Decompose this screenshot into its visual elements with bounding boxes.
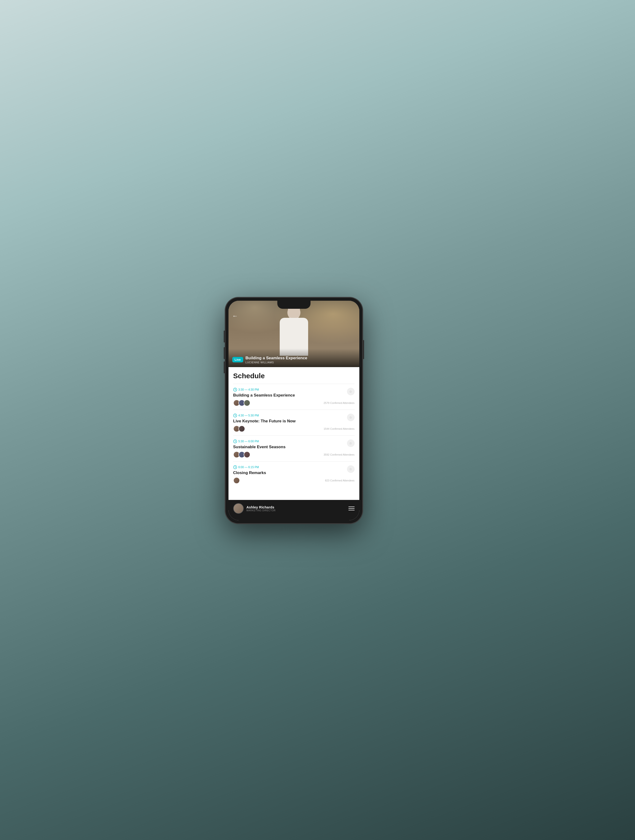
user-role: MARKETING DIRECTOR bbox=[246, 509, 276, 512]
svg-line-11 bbox=[235, 467, 236, 468]
phone-screen: ← Live Building a Seamless Experience LU… bbox=[228, 301, 359, 520]
svg-line-5 bbox=[235, 415, 236, 416]
avatar-2b bbox=[238, 425, 245, 432]
session-title-3: Sustainable Event Seasons bbox=[233, 445, 321, 449]
time-2: 4:30 — 5:30 PM bbox=[238, 414, 259, 417]
attendees-4: 823 Confirmed Attendees bbox=[325, 479, 355, 482]
time-row-3: 5:30 — 6:00 PM bbox=[233, 439, 321, 443]
user-avatar bbox=[233, 503, 244, 514]
hero-title: Building a Seamless Experience bbox=[246, 356, 356, 360]
star-icon-3: ☆ bbox=[349, 441, 352, 445]
hero-presenter: LUCIENNE WILLIAMS bbox=[246, 361, 356, 364]
time-row-1: 3:30 — 4:30 PM bbox=[233, 388, 321, 392]
session-title-2: Live Keynote: The Future is Now bbox=[233, 419, 321, 423]
schedule-item-4: 6:00 — 6:15 PM Closing Remarks ☆ 823 Con… bbox=[233, 461, 355, 487]
live-overlay: Live Building a Seamless Experience LUCI… bbox=[228, 349, 359, 367]
avatars-4 bbox=[233, 477, 323, 484]
item-right-3: ☆ 3592 Confirmed Attendees bbox=[321, 439, 355, 456]
star-icon-1: ☆ bbox=[349, 390, 352, 393]
session-title-1: Building a Seamless Experience bbox=[233, 393, 321, 398]
schedule-item-2: 4:30 — 5:30 PM Live Keynote: The Future … bbox=[233, 410, 355, 436]
avatar-1c bbox=[244, 399, 250, 406]
menu-line-3 bbox=[348, 510, 355, 510]
time-row-4: 6:00 — 6:15 PM bbox=[233, 465, 323, 469]
attendees-2: 1544 Confirmed Attendees bbox=[323, 427, 355, 430]
avatars-3 bbox=[233, 451, 321, 458]
live-title-block: Building a Seamless Experience LUCIENNE … bbox=[246, 356, 356, 364]
clock-icon-3 bbox=[233, 439, 237, 443]
svg-line-2 bbox=[235, 390, 236, 390]
schedule-item-3: 5:30 — 6:00 PM Sustainable Event Seasons… bbox=[233, 436, 355, 461]
user-name: Ashley Richards bbox=[246, 505, 276, 509]
item-left-4: 6:00 — 6:15 PM Closing Remarks bbox=[233, 465, 323, 484]
avatars-2 bbox=[233, 425, 321, 432]
schedule-section: Schedule 3:30 — 4:30 PM Building a Se bbox=[228, 367, 359, 500]
schedule-title: Schedule bbox=[233, 372, 355, 380]
item-left-3: 5:30 — 6:00 PM Sustainable Event Seasons bbox=[233, 439, 321, 458]
time-row-2: 4:30 — 5:30 PM bbox=[233, 414, 321, 417]
item-left-2: 4:30 — 5:30 PM Live Keynote: The Future … bbox=[233, 414, 321, 432]
time-3: 5:30 — 6:00 PM bbox=[238, 440, 259, 443]
item-right-1: ☆ 2579 Confirmed Attendees bbox=[321, 388, 355, 404]
bottom-nav: Ashley Richards MARKETING DIRECTOR bbox=[228, 500, 359, 520]
clock-icon-2 bbox=[233, 414, 237, 417]
menu-line-2 bbox=[348, 508, 355, 509]
phone-frame: ← Live Building a Seamless Experience LU… bbox=[225, 297, 362, 524]
item-right-4: ☆ 823 Confirmed Attendees bbox=[323, 465, 355, 482]
time-4: 6:00 — 6:15 PM bbox=[238, 466, 259, 469]
avatar-4a bbox=[233, 477, 240, 484]
star-icon-2: ☆ bbox=[349, 415, 352, 419]
hero-section: ← Live Building a Seamless Experience LU… bbox=[228, 301, 359, 367]
live-badge: Live bbox=[232, 357, 243, 362]
clock-icon-4 bbox=[233, 465, 237, 469]
star-icon-4: ☆ bbox=[349, 467, 352, 471]
avatars-1 bbox=[233, 399, 321, 406]
menu-button[interactable] bbox=[348, 507, 355, 510]
star-button-3[interactable]: ☆ bbox=[347, 439, 355, 447]
attendees-3: 3592 Confirmed Attendees bbox=[323, 453, 355, 456]
item-left-1: 3:30 — 4:30 PM Building a Seamless Exper… bbox=[233, 388, 321, 406]
menu-line-1 bbox=[348, 507, 355, 507]
avatar-3c bbox=[244, 451, 250, 458]
back-button[interactable]: ← bbox=[232, 313, 238, 319]
user-details: Ashley Richards MARKETING DIRECTOR bbox=[246, 505, 276, 512]
notch bbox=[277, 301, 310, 309]
attendees-1: 2579 Confirmed Attendees bbox=[323, 401, 355, 404]
star-button-4[interactable]: ☆ bbox=[347, 465, 355, 473]
time-1: 3:30 — 4:30 PM bbox=[238, 388, 259, 391]
session-title-4: Closing Remarks bbox=[233, 471, 323, 475]
star-button-1[interactable]: ☆ bbox=[347, 388, 355, 395]
svg-line-8 bbox=[235, 441, 236, 442]
item-right-2: ☆ 1544 Confirmed Attendees bbox=[321, 414, 355, 430]
star-button-2[interactable]: ☆ bbox=[347, 414, 355, 421]
clock-icon-1 bbox=[233, 388, 237, 392]
schedule-item-1: 3:30 — 4:30 PM Building a Seamless Exper… bbox=[233, 384, 355, 410]
user-info: Ashley Richards MARKETING DIRECTOR bbox=[233, 503, 276, 514]
